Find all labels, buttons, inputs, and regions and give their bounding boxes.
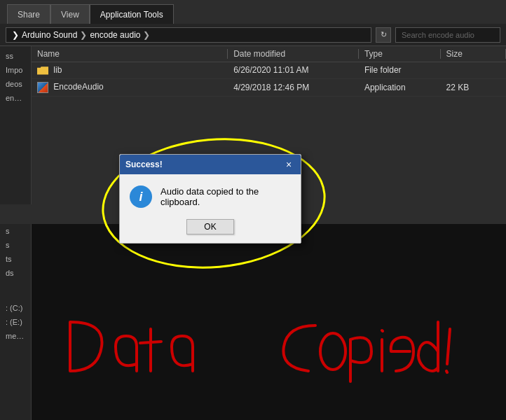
dialog-box: Success! × i Audio data copied to the cl… xyxy=(119,154,301,244)
sidebar-drive-c[interactable]: : (C:) xyxy=(0,301,31,315)
bottom-area: s s ts ds : (C:) : (E:) me (F:) xyxy=(0,224,506,420)
path-sep-1: ❯ xyxy=(80,30,87,40)
tab-bar: Share View Application Tools xyxy=(0,0,506,24)
dialog-close-button[interactable]: × xyxy=(282,158,295,171)
path-encode[interactable]: encode audio xyxy=(90,30,140,40)
sidebar: ss Impo deos encod xyxy=(0,46,32,204)
ok-button[interactable]: OK xyxy=(186,219,233,234)
path-arduino[interactable]: Arduino Sound xyxy=(22,30,77,40)
sidebar-drive-f[interactable]: me (F:) xyxy=(0,329,31,343)
sidebar-item-encod[interactable]: encod xyxy=(0,91,31,105)
sidebar-drive-e[interactable]: : (E:) xyxy=(0,315,31,329)
sidebar-item-s2[interactable]: s xyxy=(0,238,31,252)
file-type-lib: File folder xyxy=(359,62,441,79)
sidebar-item-deos[interactable]: deos xyxy=(0,77,31,91)
dialog-footer: OK xyxy=(120,216,301,243)
search-placeholder: Search encode audio xyxy=(402,31,474,39)
dialog-titlebar: Success! × xyxy=(120,155,301,174)
address-path[interactable]: ❯ Arduino Sound ❯ encode audio ❯ xyxy=(6,27,371,43)
dialog-body: i Audio data copied to the clipboard. xyxy=(120,174,301,216)
dialog-message: Audio data copied to the clipboard. xyxy=(160,186,291,207)
info-icon: i xyxy=(130,186,152,208)
file-date-app: 4/29/2018 12:46 PM xyxy=(228,78,359,96)
sidebar-item-s1[interactable]: s xyxy=(0,224,31,238)
table-row[interactable]: EncodeAudio 4/29/2018 12:46 PM Applicati… xyxy=(32,78,506,96)
sidebar-item-impo[interactable]: Impo xyxy=(0,63,31,77)
col-date[interactable]: Date modified xyxy=(228,46,359,62)
search-box[interactable]: Search encode audio xyxy=(395,27,500,43)
file-type-app: Application xyxy=(359,78,441,96)
file-date-lib: 6/26/2020 11:01 AM xyxy=(228,62,359,79)
address-bar: ❯ Arduino Sound ❯ encode audio ❯ ↻ Searc… xyxy=(0,24,506,46)
file-size-lib xyxy=(441,62,506,79)
sidebar-item-ts[interactable]: ts xyxy=(0,252,31,266)
sidebar-item-ds[interactable]: ds xyxy=(0,266,31,280)
dialog-title: Success! xyxy=(125,160,163,169)
col-type[interactable]: Type xyxy=(359,46,441,62)
sidebar-item-ss[interactable]: ss xyxy=(0,49,31,63)
file-size-app: 22 KB xyxy=(441,78,506,96)
tab-view[interactable]: View xyxy=(50,4,90,24)
file-table: Name Date modified Type Size lib 6/26/20… xyxy=(32,46,506,97)
refresh-button[interactable]: ↻ xyxy=(376,27,391,43)
folder-icon xyxy=(37,66,48,76)
file-name-encodeaudio: EncodeAudio xyxy=(32,78,228,96)
table-row[interactable]: lib 6/26/2020 11:01 AM File folder xyxy=(32,62,506,79)
path-root: ❯ xyxy=(12,30,19,40)
sidebar-bottom: s s ts ds : (C:) : (E:) me (F:) xyxy=(0,224,32,420)
file-name-lib: lib xyxy=(32,62,228,79)
tab-share[interactable]: Share xyxy=(7,4,50,24)
drive-labels: : (C:) : (E:) me (F:) xyxy=(0,301,31,343)
path-sep-2: ❯ xyxy=(143,30,150,40)
app-icon xyxy=(37,82,48,93)
tab-application-tools[interactable]: Application Tools xyxy=(90,4,174,24)
col-name[interactable]: Name xyxy=(32,46,228,62)
col-size[interactable]: Size xyxy=(441,46,506,62)
